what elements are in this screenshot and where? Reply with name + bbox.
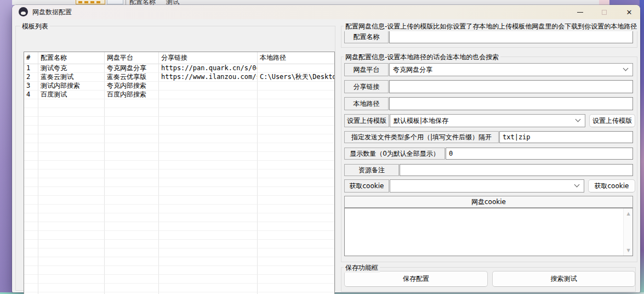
table-row[interactable]: 1测试夸克夸克网盘分享https://pan.quark.cn/s/0c... — [24, 64, 334, 73]
table-cell — [159, 275, 258, 284]
scroll-up-icon[interactable]: ▲ — [624, 210, 633, 218]
table-cell — [38, 187, 105, 196]
table-empty-row — [24, 99, 334, 108]
table-cell — [24, 178, 38, 187]
display-count-input[interactable] — [446, 148, 633, 160]
clipped-text-decoration — [78, 1, 102, 3]
local-path-input[interactable] — [389, 97, 633, 110]
table-cell[interactable]: 百度测试 — [38, 91, 105, 99]
desktop-wallpaper-right — [640, 0, 644, 294]
remark-input[interactable] — [400, 164, 633, 176]
table-cell — [105, 161, 159, 169]
table-cell[interactable] — [258, 64, 334, 73]
table-cell[interactable]: 测试夸克 — [38, 64, 105, 73]
table-cell — [105, 248, 159, 257]
table-cell — [24, 248, 38, 257]
vertical-scrollbar[interactable]: ▲ ▼ — [623, 208, 632, 256]
table-cell — [159, 169, 258, 178]
table-cell[interactable] — [159, 91, 258, 99]
table-cell — [105, 266, 159, 275]
platform-label: 网盘平台 — [344, 63, 389, 76]
table-cell[interactable]: 夸克网盘分享 — [105, 64, 159, 73]
column-header[interactable]: # — [24, 52, 38, 64]
table-cell — [24, 143, 38, 152]
table-cell — [38, 213, 105, 222]
table-cell[interactable]: 1 — [24, 64, 38, 73]
column-header[interactable]: 配置名称 — [38, 52, 105, 64]
file-type-label: 指定发送文件类型多个用（|填写文件后缀）隔开 — [344, 131, 499, 143]
table-cell — [159, 178, 258, 187]
table-cell — [38, 196, 105, 205]
table-row[interactable]: 2蓝奏云测试蓝奏云优享版https://www.ilanzou.com/s...… — [24, 73, 334, 82]
table-cell[interactable]: 夸克内部搜索 — [105, 82, 159, 91]
table-cell — [258, 108, 334, 117]
titlebar[interactable]: 网盘数据配置 ✕ — [12, 5, 640, 19]
table-cell — [105, 196, 159, 205]
minimize-button[interactable] — [572, 5, 588, 19]
column-header[interactable]: 分享链接 — [159, 52, 258, 64]
table-empty-row — [24, 284, 334, 292]
table-cell — [24, 257, 38, 266]
table-cell — [38, 152, 105, 161]
table-cell — [258, 152, 334, 161]
table-cell — [159, 126, 258, 134]
table-cell[interactable]: 3 — [24, 82, 38, 91]
table-empty-row — [24, 266, 334, 275]
table-cell — [24, 196, 38, 205]
table-cell[interactable] — [159, 82, 258, 91]
maximize-button[interactable] — [596, 5, 612, 19]
table-cell — [258, 134, 334, 143]
table-cell[interactable]: https://pan.quark.cn/s/0c... — [159, 64, 258, 73]
table-empty-row — [24, 248, 334, 257]
table-cell[interactable]: C:\Users\秋天\Desktop\兰 — [258, 73, 334, 82]
share-link-input[interactable] — [389, 80, 633, 93]
chevron-down-icon — [623, 66, 629, 71]
cookie-header: 网盘cookie — [344, 196, 633, 208]
table-cell — [38, 205, 105, 213]
save-config-button[interactable]: 保存配置 — [344, 271, 488, 287]
table-cell[interactable]: 测试内部搜索 — [38, 82, 105, 91]
table-cell[interactable] — [258, 82, 334, 91]
platform-select[interactable]: 夸克网盘分享 — [389, 63, 633, 76]
table-cell — [105, 205, 159, 213]
table-cell[interactable]: 2 — [24, 73, 38, 82]
background-window-strip: 配置名称 测试 — [12, 0, 599, 5]
get-cookie-button[interactable]: 获取cookie — [588, 179, 635, 193]
table-cell — [24, 222, 38, 231]
upload-template-select[interactable]: 默认模板|本地保存 — [390, 114, 585, 127]
table-cell — [105, 99, 159, 108]
scroll-down-icon[interactable]: ▼ — [624, 246, 633, 255]
netdisk-info-title: 网盘配置信息-设置本地路径的话会连本地的也会搜索 — [344, 53, 500, 62]
table-row[interactable]: 4百度测试百度内部搜索 — [24, 91, 334, 99]
table-cell[interactable]: 蓝奏云测试 — [38, 73, 105, 82]
template-table[interactable]: #配置名称网盘平台分享链接本地路径 1测试夸克夸克网盘分享https://pan… — [24, 52, 335, 294]
table-cell — [105, 143, 159, 152]
table-empty-row — [24, 213, 334, 222]
file-type-input[interactable] — [499, 131, 633, 143]
column-header[interactable]: 本地路径 — [258, 52, 334, 64]
table-cell[interactable]: 4 — [24, 91, 38, 99]
column-header[interactable]: 网盘平台 — [105, 52, 159, 64]
table-cell[interactable]: 百度内部搜索 — [105, 91, 159, 99]
table-cell[interactable] — [258, 91, 334, 99]
set-upload-template-button[interactable]: 设置上传模版 — [589, 114, 635, 127]
cookie-textarea[interactable] — [345, 208, 623, 256]
background-tab-active[interactable] — [76, 0, 105, 4]
cookie-account-select[interactable] — [390, 179, 584, 193]
config-name-label: 配置名称 — [344, 30, 389, 43]
table-empty-row — [24, 231, 334, 240]
table-empty-row — [24, 126, 334, 134]
template-list-groupbox: 模板列表 #配置名称网盘平台分享链接本地路径 1测试夸克夸克网盘分享https:… — [15, 26, 335, 291]
background-tab[interactable] — [107, 0, 123, 4]
table-cell — [258, 178, 334, 187]
config-name-input[interactable] — [389, 30, 633, 43]
table-cell — [24, 205, 38, 213]
table-empty-row — [24, 196, 334, 205]
search-test-button[interactable]: 搜索测试 — [492, 271, 635, 287]
close-button[interactable]: ✕ — [621, 5, 637, 19]
table-cell — [159, 231, 258, 240]
table-row[interactable]: 3测试内部搜索夸克内部搜索 — [24, 82, 334, 91]
background-text-fragment: 测试 — [166, 0, 179, 5]
table-cell[interactable]: https://www.ilanzou.com/s... — [159, 73, 258, 82]
table-cell[interactable]: 蓝奏云优享版 — [105, 73, 159, 82]
